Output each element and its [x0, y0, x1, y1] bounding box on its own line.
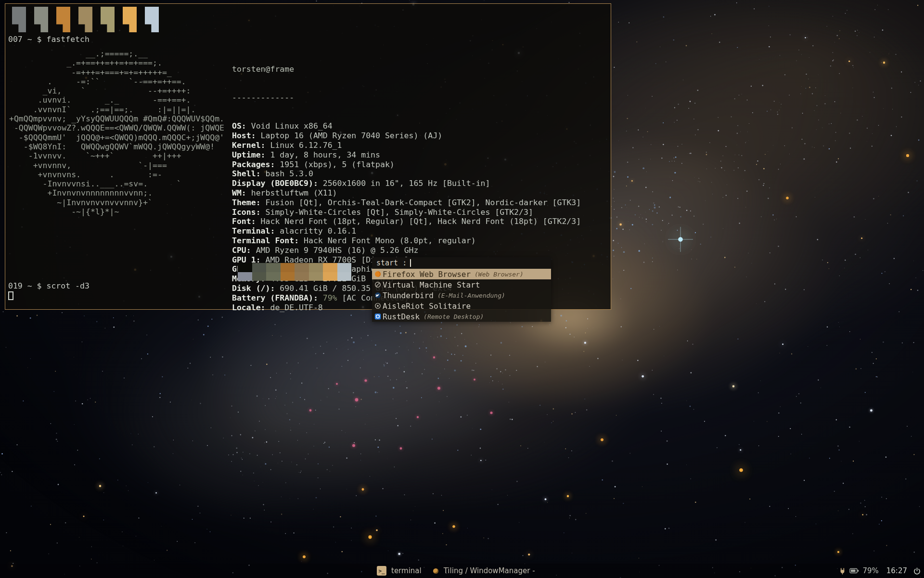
info-line: CPU: AMD Ryzen 9 7940HS (16) @ 5.26 GHz [232, 246, 581, 255]
info-line: Theme: Fusion [Qt], Orchis-Teal-Dark-Com… [232, 198, 581, 208]
file-block-icon [123, 7, 137, 32]
launcher-item-category: (Web Browser) [475, 271, 524, 278]
clock: 16:27 [886, 566, 907, 575]
launcher-item-aisleriot-solitaire[interactable]: AisleRiot Solitaire [372, 301, 551, 311]
color-swatch [309, 263, 323, 272]
shell-prompt-scrot: 019 ~ $ scrot -d3 [8, 281, 90, 290]
info-line: Icons: Simply-White-Circles [Qt], Simply… [232, 208, 581, 217]
launcher-item-label: Thunderbird [383, 291, 434, 300]
taskbar: >_ terminal Tiling / WindowManager - 79%… [0, 564, 924, 578]
info-line: Shell: bash 5.3.0 [232, 169, 581, 179]
terminal-icon: >_ [377, 566, 386, 576]
file-block-icon [34, 7, 48, 32]
taskbar-window-title: terminal [391, 566, 422, 575]
info-line: OS: Void Linux x86_64 [232, 121, 581, 131]
color-swatch [252, 263, 267, 272]
text-cursor-icon [410, 259, 411, 267]
info-line: WM: herbstluftwm (X11) [232, 188, 581, 198]
color-swatch [266, 272, 281, 281]
vm-icon [374, 281, 381, 288]
color-swatch [323, 272, 337, 281]
launcher-item-virtual-machine-start[interactable]: Virtual Machine Start [372, 279, 551, 290]
launcher-item-label: RustDesk [383, 312, 420, 321]
color-swatch [281, 272, 295, 281]
color-swatch [266, 263, 281, 272]
void-ascii-logo: __.;=====;.__ _.=+==++=++=+=+===;. -=+++… [9, 49, 224, 216]
color-swatch [281, 263, 295, 272]
app-launcher-menu: start : Firefox Web Browser(Web Browser)… [372, 257, 551, 322]
ac-plug-icon [839, 567, 846, 575]
taskbar-tray: 79% 16:27 [839, 564, 921, 578]
file-block-icon [12, 7, 26, 32]
launcher-item-firefox-web-browser[interactable]: Firefox Web Browser(Web Browser) [372, 269, 551, 279]
power-button[interactable] [913, 567, 921, 575]
thunderbird-icon [374, 292, 381, 299]
shell-prompt-fastfetch: 007 ~ $ fastfetch [8, 35, 90, 44]
launcher-search-input[interactable]: start : [372, 257, 551, 269]
launcher-prompt-label: start : [376, 259, 407, 267]
launcher-item-rustdesk[interactable]: RustDesk(Remote Desktop) [372, 311, 551, 322]
separator-line: ------------- [232, 93, 581, 103]
rustdesk-icon [374, 313, 381, 320]
color-swatch [295, 263, 309, 272]
taskbar-window-button[interactable]: >_ terminal Tiling / WindowManager - [377, 564, 535, 578]
color-swatch [295, 272, 309, 281]
launcher-item-label: AisleRiot Solitaire [383, 302, 471, 311]
launcher-item-label: Firefox Web Browser [383, 270, 471, 279]
file-block-icon [56, 7, 70, 32]
color-swatch [238, 263, 252, 272]
info-line: Host: Laptop 16 (AMD Ryzen 7040 Series) … [232, 131, 581, 141]
launcher-item-category: (Remote Desktop) [424, 313, 484, 320]
launcher-item-category: (E-Mail-Anwendung) [437, 292, 505, 299]
power-icon [913, 567, 921, 575]
terminal-color-palette [238, 263, 352, 281]
info-line: Terminal Font: Hack Nerd Font Mono (8.0p… [232, 236, 581, 246]
info-line: Font: Hack Nerd Font (18pt, Regular) [Qt… [232, 217, 581, 226]
wm-dot-icon [433, 568, 438, 574]
firefox-icon [374, 271, 381, 277]
info-line: Packages: 1951 (xbps), 5 (flatpak) [232, 160, 581, 170]
color-swatch [337, 263, 352, 272]
user-host: torsten@frame [232, 65, 581, 74]
color-swatch [309, 272, 323, 281]
color-swatch [238, 272, 252, 281]
info-line: Terminal: alacritty 0.16.1 [232, 226, 581, 236]
battery-percentage: 79% [862, 566, 878, 575]
aisleriot-icon [374, 302, 381, 309]
launcher-item-thunderbird[interactable]: Thunderbird(E-Mail-Anwendung) [372, 290, 551, 301]
info-line: Kernel: Linux 6.12.76_1 [232, 141, 581, 150]
info-line: Display (BOE0BC9): 2560x1600 in 16", 165… [232, 179, 581, 188]
color-swatch [252, 272, 267, 281]
color-swatch [323, 263, 337, 272]
file-block-icon [145, 7, 159, 32]
info-line: Uptime: 1 day, 8 hours, 34 mins [232, 150, 581, 160]
launcher-item-list: Firefox Web Browser(Web Browser)Virtual … [372, 269, 551, 322]
file-block-icon [78, 7, 92, 32]
color-swatch [337, 272, 352, 281]
launcher-item-label: Virtual Machine Start [383, 280, 480, 289]
battery-icon [849, 568, 859, 574]
file-block-icon [101, 7, 115, 32]
terminal-block-cursor [8, 291, 13, 300]
taskbar-wm-label: Tiling / WindowManager - [444, 566, 535, 575]
terminal-icon-row [12, 7, 159, 32]
